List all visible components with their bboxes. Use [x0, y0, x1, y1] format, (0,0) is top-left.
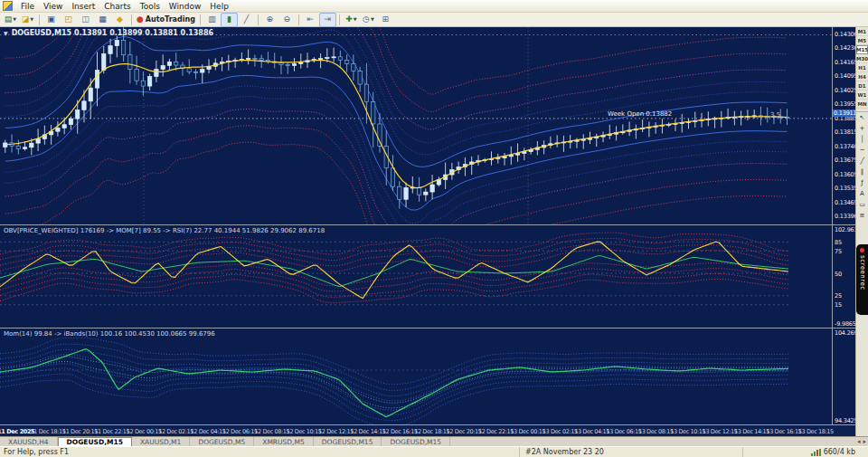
- autotrading-button-label: AutoTrading: [146, 16, 195, 24]
- main-price-axis[interactable]: 0.143060.142360.141650.140950.140250.139…: [832, 27, 855, 224]
- app-icon: [3, 1, 13, 11]
- line-chart-button[interactable]: ╱: [238, 13, 255, 27]
- menu-tools[interactable]: Tools: [136, 2, 165, 11]
- shapes-tool[interactable]: ▭: [856, 199, 868, 210]
- timeframe-w1[interactable]: W1: [856, 90, 868, 100]
- vertical-line-tool-icon: │: [860, 136, 863, 143]
- price-tick: 0.13815: [835, 129, 857, 136]
- menu-file[interactable]: File: [16, 2, 39, 11]
- trendline-tool[interactable]: ╱: [856, 156, 868, 167]
- timeframe-h1[interactable]: H1: [856, 63, 868, 72]
- line-chart-button-icon: ╱: [244, 15, 249, 24]
- oscillator-axis[interactable]: 102.96398575502515-9.9865: [832, 225, 855, 328]
- oscillator-level-label: 85: [835, 239, 842, 246]
- status-bar: For Help, press F1 #2A November 23 20 66…: [0, 446, 868, 457]
- timeframe-m15[interactable]: M15: [856, 45, 868, 54]
- zoom-out-button[interactable]: ⊖: [278, 13, 296, 27]
- indicators-button[interactable]: ✚▼: [343, 13, 360, 27]
- candlestick-button[interactable]: ▮: [221, 13, 238, 27]
- menu-insert[interactable]: Insert: [67, 2, 99, 11]
- periods-button-caret-icon: ▼: [371, 17, 374, 22]
- chart-graphics: [0, 328, 832, 424]
- market-watch-button-icon: ▣: [47, 15, 55, 24]
- chart-tab[interactable]: DOGEUSD,M15: [58, 437, 132, 446]
- momentum-canvas[interactable]: Mom(14) 99.84 -> iBands(10) 100.16 100.4…: [0, 328, 832, 424]
- toolbar-separator: [339, 14, 340, 25]
- profiles-button-icon: ◪: [22, 15, 30, 24]
- time-axis[interactable]: 11 Dec 202511 Dec 18:1511 Dec 20:1511 De…: [0, 424, 855, 436]
- timeframe-mn[interactable]: MN: [856, 100, 868, 109]
- crosshair-tool[interactable]: +: [856, 123, 868, 134]
- crosshair-tool-icon: +: [860, 125, 865, 132]
- bar-chart-button[interactable]: ▥: [203, 13, 221, 27]
- grid-button[interactable]: ⊞: [377, 13, 394, 27]
- shift-chart-button[interactable]: ⇤: [302, 13, 319, 27]
- vertical-line-tool[interactable]: │: [856, 134, 868, 145]
- text-tool[interactable]: A: [856, 188, 868, 199]
- main-chart-canvas[interactable]: ▼ DOGEUSD,M15 0.13891 0.13899 0.13881 0.…: [0, 27, 832, 224]
- metatrader-window: FileViewInsertChartsToolsWindowHelp ▤▼◪▼…: [0, 0, 868, 457]
- profiles-button[interactable]: ◪▼: [19, 13, 36, 27]
- more-tools-icon: ≡: [860, 212, 865, 219]
- chart-graphics: [0, 27, 832, 224]
- cursor-tool[interactable]: ↖: [856, 112, 868, 123]
- data-window-button[interactable]: ◰: [60, 13, 77, 27]
- new-chart-button[interactable]: ▤▼: [2, 13, 19, 27]
- more-tools[interactable]: ≡: [856, 210, 868, 221]
- tab-scroll-left-icon[interactable]: ◂: [857, 438, 861, 445]
- profiles-button-caret-icon: ▼: [30, 17, 33, 22]
- timeframe-buttons: M1M5M15M30H1H4D1W1MN: [856, 27, 868, 109]
- menu-window[interactable]: Window: [165, 2, 206, 11]
- chart-tab[interactable]: XAUUSD,M1: [132, 437, 190, 446]
- horizontal-line-tool[interactable]: ─: [856, 145, 868, 156]
- shift-end-button-icon: ⇥: [325, 15, 332, 24]
- timeframe-d1[interactable]: D1: [856, 81, 868, 90]
- screenrec-overlay[interactable]: screenrec: [856, 244, 868, 315]
- connection-signal-icon: [811, 449, 821, 456]
- oscillator-level-label: 25: [835, 292, 842, 300]
- oscillator-level-label: 75: [835, 248, 842, 255]
- shapes-tool-icon: ▭: [859, 201, 865, 208]
- menu-help[interactable]: Help: [205, 2, 233, 11]
- toolbar-separator: [39, 14, 40, 25]
- channel-tool-icon: ∥: [861, 168, 864, 176]
- connection-traffic-text: 660/4 kb: [824, 448, 855, 456]
- shift-end-button[interactable]: ⇥: [319, 13, 336, 27]
- chart-title-caret-icon[interactable]: ▼: [4, 30, 8, 36]
- templates-bucket-button[interactable]: ◆: [111, 13, 128, 27]
- channel-tool[interactable]: ∥: [856, 167, 868, 177]
- timeframe-m30[interactable]: M30: [856, 54, 868, 63]
- timeframe-m1[interactable]: M1: [856, 27, 868, 36]
- shift-chart-button-icon: ⇤: [307, 15, 315, 24]
- navigator-button[interactable]: ◫: [77, 13, 94, 27]
- market-watch-button[interactable]: ▣: [42, 13, 60, 27]
- terminal-button[interactable]: ▦: [94, 13, 111, 27]
- indicators-button-icon: ✚: [345, 15, 353, 24]
- zoom-out-button-icon: ⊖: [284, 15, 291, 24]
- menu-charts[interactable]: Charts: [99, 2, 135, 11]
- chart-tab[interactable]: XAUUSD,H4: [0, 437, 58, 446]
- tab-scroll-right-icon[interactable]: ▸: [863, 438, 866, 445]
- chart-tab[interactable]: DOGEUSD,M15: [314, 437, 382, 446]
- periods-button[interactable]: ◷▼: [360, 13, 377, 27]
- navigator-button-icon: ◫: [81, 15, 90, 24]
- price-tick: 0.14306: [835, 31, 857, 38]
- zoom-in-button[interactable]: ⊕: [261, 13, 278, 27]
- fibonacci-tool-icon: ƒ: [861, 179, 863, 186]
- menu-view[interactable]: View: [39, 2, 67, 11]
- chart-tab[interactable]: XMRUSD,M5: [254, 437, 313, 446]
- chart-tab[interactable]: DOGEUSD,M15: [382, 437, 450, 446]
- momentum-axis[interactable]: 104.26994.3425: [832, 328, 855, 424]
- chart-title: ▼ DOGEUSD,M15 0.13891 0.13899 0.13881 0.…: [4, 29, 213, 37]
- autotrading-button[interactable]: ●AutoTrading: [135, 13, 197, 27]
- fibonacci-tool[interactable]: ƒ: [856, 177, 868, 188]
- toolbar-separator: [258, 14, 259, 25]
- price-tick: 0.14025: [835, 87, 857, 94]
- oscillator-canvas[interactable]: OBV[PRICE_WEIGHTED] 176169 -> MOM[7] 89.…: [0, 225, 832, 328]
- timeframe-h4[interactable]: H4: [856, 72, 868, 81]
- timeframe-m5[interactable]: M5: [856, 36, 868, 45]
- right-toolbar: M1M5M15M30H1H4D1W1MN ↖+│─╱∥ƒA▭≡ screenre…: [855, 27, 868, 436]
- chart-tab[interactable]: DOGEUSD,M5: [190, 437, 254, 446]
- toolbar-separator: [131, 14, 132, 25]
- periods-button-icon: ◷: [363, 15, 370, 24]
